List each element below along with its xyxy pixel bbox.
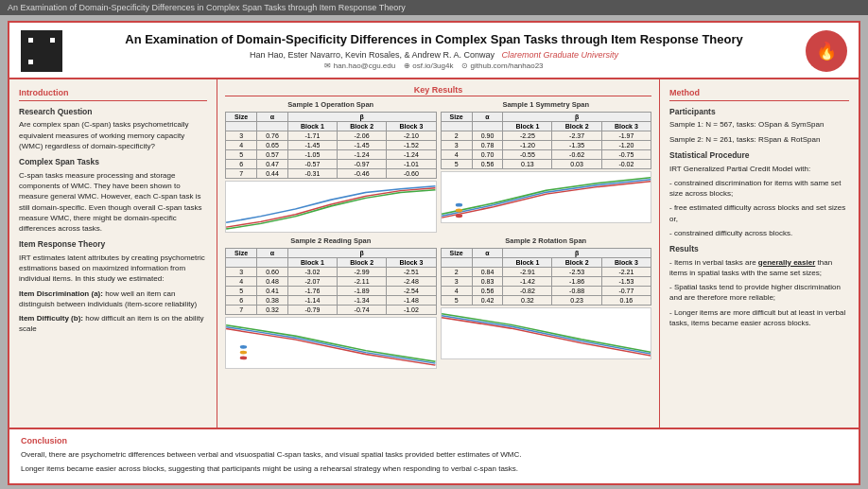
conclusion-title: Conclusion	[21, 435, 847, 447]
col-b3: Block 3	[387, 122, 436, 131]
results-title: Results	[669, 244, 849, 255]
col-size: Size	[226, 113, 257, 122]
table-rotation-span: Size α β Block 1 Block 2 Block 3	[441, 248, 652, 306]
table-row: 30.60-3.02-2.99-2.51	[226, 268, 437, 277]
stat-item-3: - constrained difficulty across blocks.	[669, 228, 849, 238]
stat-intro: IRT Generalized Partial Credit Model wit…	[669, 164, 849, 174]
col-introduction: Introduction Research Question Are compl…	[9, 79, 217, 428]
stat-item-1: - constrained discrimination for items w…	[669, 178, 849, 199]
tables-charts-grid: Sample 1 Operation Span Size α β	[225, 100, 651, 369]
stat-item-2: - free estimated difficulty across block…	[669, 202, 849, 223]
table-row: 40.70-0.55-0.62-0.75	[441, 150, 651, 160]
table-row: 30.76-1.71-2.06-2.10	[226, 131, 437, 141]
col-beta-header: β	[287, 113, 436, 122]
table-chart-symmetry-span: Sample 1 Symmetry Span Size α β B	[441, 100, 652, 233]
table-row: 50.420.320.230.16	[441, 296, 651, 306]
table-row: 30.78-1.20-1.35-1.20	[441, 141, 651, 150]
table-row: 50.41-1.76-1.89-2.54	[226, 287, 437, 296]
table-row: 60.47-0.57-0.97-1.01	[226, 160, 437, 169]
result-item-1: - Items in verbal tasks are generally ea…	[669, 257, 849, 278]
complex-span-title: Complex Span Tasks	[19, 157, 207, 168]
table-symmetry-span: Size α β Block 1 Block 2 Block 3	[441, 112, 652, 169]
result-item-2: - Spatial tasks tend to provide higher d…	[669, 282, 849, 303]
conclusion-text-2: Longer items became easier across blocks…	[21, 463, 847, 474]
item-diff-label: Item Difficulty (b):	[19, 314, 83, 323]
svg-point-2	[455, 203, 461, 207]
poster-footer: Conclusion Overall, there are psychometr…	[9, 428, 859, 483]
complex-span-text: C-span tasks measure processing and stor…	[19, 170, 207, 234]
result-item-3: - Longer items are more difficult but at…	[669, 307, 849, 328]
institution-logo: 🔥	[806, 30, 847, 72]
qr-code	[21, 30, 62, 72]
intro-section-title: Introduction	[19, 87, 207, 101]
table-row: 70.44-0.31-0.46-0.60	[226, 169, 437, 179]
svg-point-3	[240, 351, 247, 355]
poster-title: An Examination of Domain-Specificity Dif…	[72, 32, 796, 48]
poster-header: An Examination of Domain-Specificity Dif…	[9, 23, 859, 79]
research-question-title: Research Question	[19, 107, 207, 118]
table-row: 40.48-2.07-2.11-2.48	[226, 277, 437, 287]
email-link[interactable]: ✉ han.hao@cgu.edu	[324, 61, 395, 70]
method-section-title: Method	[669, 87, 849, 101]
affiliation-text: Claremont Graduate University	[502, 50, 619, 60]
col-key-results: Key Results Sample 1 Operation Span Size…	[217, 79, 660, 428]
col-method: Method Participants Sample 1: N = 567, t…	[660, 79, 859, 428]
poster: An Examination of Domain-Specificity Dif…	[8, 21, 860, 485]
col-b1: Block 1	[287, 122, 337, 131]
table-row: 60.38-1.14-1.34-1.48	[226, 296, 437, 306]
sample2-text: Sample 2: N = 261, tasks: RSpan & RotSpa…	[669, 134, 849, 145]
table-row: 70.32-0.79-0.74-1.02	[226, 306, 437, 315]
svg-point-0	[455, 209, 461, 213]
participants-title: Participants	[669, 107, 849, 118]
table-row: 20.90-2.25-2.37-1.97	[441, 131, 651, 141]
chart-reading-span	[225, 317, 437, 369]
top-bar: An Examination of Domain-Specificity Dif…	[0, 0, 868, 15]
table-label-4: Sample 2 Rotation Span	[441, 236, 652, 245]
logo-icon: 🔥	[816, 41, 837, 61]
table-row: 50.57-1.05-1.24-1.24	[226, 150, 437, 160]
table-label-1: Sample 1 Operation Span	[225, 100, 437, 109]
table-row: 30.83-1.42-1.86-1.53	[441, 277, 651, 287]
item-diff-line: Item Difficulty (b): how difficult an it…	[19, 313, 207, 334]
table-label-2: Sample 1 Symmetry Span	[441, 100, 652, 109]
poster-body: Introduction Research Question Are compl…	[9, 79, 859, 428]
github-link[interactable]: ⊙ github.com/hanhao23	[461, 61, 543, 70]
chart-rotation-span	[441, 307, 652, 359]
poster-links: ✉ han.hao@cgu.edu ⊕ osf.io/3ug4k ⊙ githu…	[72, 61, 796, 70]
item-disc-label: Item Discrimination (a):	[19, 289, 103, 298]
svg-point-1	[455, 214, 461, 218]
table-chart-reading-span: Sample 2 Reading Span Size α β Bl	[225, 236, 437, 369]
table-reading-span: Size α β Block 1 Block 2 Block 3	[225, 248, 437, 315]
chart-operation-span	[225, 181, 437, 233]
header-text-block: An Examination of Domain-Specificity Dif…	[72, 32, 796, 71]
research-question-text: Are complex span (C-span) tasks psychome…	[19, 119, 207, 151]
item-disc-line: Item Discrimination (a): how well an ite…	[19, 288, 207, 309]
table-chart-rotation-span: Sample 2 Rotation Span Size α β B	[441, 236, 652, 369]
irt-title: Item Response Theory	[19, 239, 207, 251]
poster-authors: Han Hao, Ester Navarro, Kevin Rosales, &…	[72, 50, 796, 60]
top-bar-text: An Examination of Domain-Specificity Dif…	[8, 3, 406, 12]
irt-text: IRT estimates latent attributes by creat…	[19, 253, 207, 285]
key-results-title: Key Results	[225, 85, 651, 96]
table-row: 50.560.130.03-0.02	[441, 160, 651, 169]
chart-symmetry-span	[441, 171, 652, 223]
osf-link[interactable]: ⊕ osf.io/3ug4k	[404, 61, 453, 70]
col-alpha: α	[257, 113, 288, 122]
col-b2: Block 2	[337, 122, 386, 131]
svg-point-4	[240, 356, 247, 359]
statistical-title: Statistical Procedure	[669, 150, 849, 162]
table-row: 40.65-1.45-1.45-1.52	[226, 141, 437, 150]
sample1-text: Sample 1: N = 567, tasks: OSpan & SymSpa…	[669, 119, 849, 130]
table-operation-span: Size α β Block 1 Block 2 Block 3	[225, 112, 437, 179]
table-row: 20.84-2.91-2.53-2.21	[441, 268, 651, 277]
table-chart-operation-span: Sample 1 Operation Span Size α β	[225, 100, 437, 233]
conclusion-text-1: Overall, there are psychometric differen…	[21, 449, 847, 460]
svg-point-5	[240, 345, 247, 349]
table-row: 40.56-0.82-0.88-0.77	[441, 287, 651, 296]
authors-text: Han Hao, Ester Navarro, Kevin Rosales, &…	[250, 50, 495, 60]
table-label-3: Sample 2 Reading Span	[225, 236, 437, 245]
